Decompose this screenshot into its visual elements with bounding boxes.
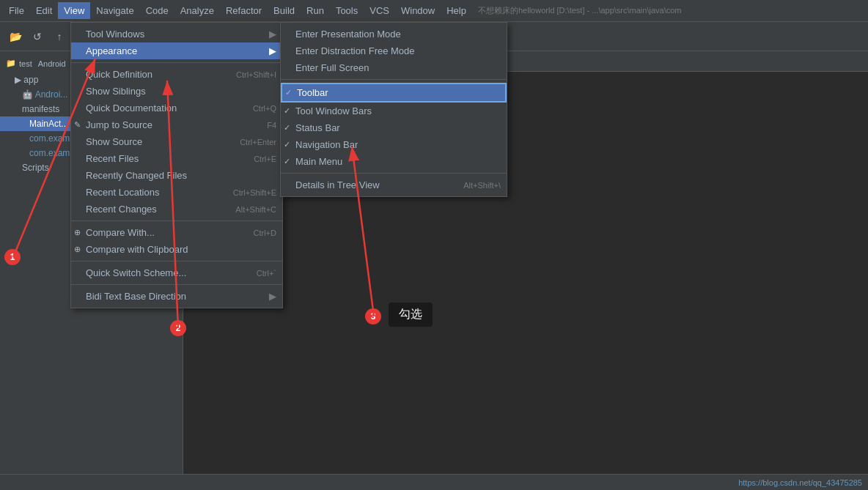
menu-item-quick-doc-label: Quick Documentation (86, 103, 238, 114)
menu-item-jump-source[interactable]: ✎ Jump to Source F4 (71, 116, 282, 133)
toolbar-open-btn[interactable]: 📂 (6, 27, 25, 46)
submenu-fullscreen-label: Enter Full Screen (295, 62, 501, 73)
toolbar-sync-btn[interactable]: ↺ (28, 27, 47, 46)
menu-refactor[interactable]: Refactor (220, 2, 268, 19)
submenu-details-tree-shortcut: Alt+Shift+\ (463, 181, 501, 190)
menu-item-quick-def-label: Quick Definition (86, 69, 221, 80)
menu-file[interactable]: File (3, 2, 30, 19)
menu-item-show-source-shortcut: Ctrl+Enter (240, 138, 276, 146)
submenu-tool-window-bars[interactable]: ✓ Tool Window Bars (281, 103, 507, 119)
menu-item-compare-with-label: Compare With... (86, 227, 239, 238)
menu-code[interactable]: Code (140, 2, 174, 19)
annotation-3-label: 3 (371, 311, 376, 322)
toolbar-check-icon: ✓ (285, 88, 292, 97)
sidebar-project-icon: 📁 (6, 59, 16, 68)
toolbar-up-btn[interactable]: ↑ (50, 27, 69, 46)
menu-item-quick-def[interactable]: Quick Definition Ctrl+Shift+I (71, 66, 282, 83)
sidebar-project-label: test (19, 59, 32, 68)
appearance-sep1 (281, 79, 507, 80)
menu-item-recent-files-label: Recent Files (86, 153, 239, 164)
menu-item-jump-source-label: Jump to Source (86, 119, 252, 130)
annotation-1-label: 1 (10, 252, 15, 262)
menu-item-recent-changes-label: Recent Changes (86, 204, 221, 215)
status-bar-check-icon: ✓ (284, 123, 290, 133)
menu-build[interactable]: Build (268, 2, 301, 19)
menu-item-show-siblings[interactable]: Show Siblings (71, 83, 282, 100)
annotation-circle-2: 2 (170, 320, 186, 336)
menu-item-bidi[interactable]: Bidi Text Base Direction ▶ (71, 288, 282, 305)
menu-tools[interactable]: Tools (330, 2, 364, 19)
submenu-details-tree[interactable]: Details in Tree View Alt+Shift+\ (281, 177, 507, 193)
menu-item-appearance-label: Appearance (86, 45, 262, 56)
submenu-status-bar-label: Status Bar (295, 122, 501, 133)
menu-run[interactable]: Run (301, 2, 330, 19)
menu-item-recent-locations-shortcut: Ctrl+Shift+E (233, 188, 276, 197)
menu-item-recent-locations[interactable]: Recent Locations Ctrl+Shift+E (71, 184, 282, 201)
menu-item-tool-windows[interactable]: Tool Windows ▶ (71, 26, 282, 42)
menu-item-recent-files-shortcut: Ctrl+E (254, 155, 276, 163)
navigation-bar-check-icon: ✓ (284, 140, 290, 149)
submenu-presentation-label: Enter Presentation Mode (295, 29, 501, 40)
tool-window-bars-check-icon: ✓ (284, 106, 290, 116)
menu-window[interactable]: Window (395, 2, 441, 19)
menu-item-quick-switch-label: Quick Switch Scheme... (86, 267, 242, 278)
menu-item-tool-windows-arrow: ▶ (269, 29, 276, 40)
menu-item-appearance[interactable]: Appearance ▶ (71, 42, 282, 59)
appearance-submenu: Enter Presentation Mode Enter Distractio… (280, 22, 507, 197)
submenu-distraction-label: Enter Distraction Free Mode (295, 45, 501, 56)
menu-vcs[interactable]: VCS (364, 2, 395, 19)
submenu-main-menu-label: Main Menu (295, 156, 501, 167)
menu-view[interactable]: View (58, 2, 90, 19)
menu-item-appearance-arrow: ▶ (269, 45, 276, 56)
menu-item-bidi-arrow: ▶ (269, 291, 276, 302)
view-menu-sep1 (71, 62, 282, 63)
view-menu-sep4 (71, 284, 282, 285)
menubar: File Edit View Navigate Code Analyze Ref… (0, 0, 868, 22)
annotation-circle-1: 1 (4, 249, 21, 265)
main-menu-check-icon: ✓ (284, 157, 290, 166)
view-menu-sep3 (71, 261, 282, 261)
menu-item-jump-source-shortcut: F4 (267, 121, 276, 130)
view-menu-sep2 (71, 220, 282, 221)
submenu-navigation-bar-label: Navigation Bar (295, 139, 501, 150)
menu-item-quick-switch[interactable]: Quick Switch Scheme... Ctrl+` (71, 264, 282, 281)
submenu-details-tree-label: Details in Tree View (295, 179, 449, 190)
submenu-status-bar[interactable]: ✓ Status Bar (281, 119, 507, 136)
appearance-sep2 (281, 173, 507, 174)
menu-item-show-source-label: Show Source (86, 136, 225, 147)
tooltip-text: 勾选 (399, 308, 422, 320)
menu-item-bidi-label: Bidi Text Base Direction (86, 291, 262, 302)
menu-item-quick-doc[interactable]: Quick Documentation Ctrl+Q (71, 100, 282, 116)
submenu-main-menu[interactable]: ✓ Main Menu (281, 153, 507, 170)
tooltip-box: 勾选 (389, 302, 433, 327)
menu-item-quick-doc-shortcut: Ctrl+Q (253, 104, 276, 113)
menu-item-show-siblings-label: Show Siblings (86, 86, 276, 97)
menu-help[interactable]: Help (441, 2, 472, 19)
submenu-navigation-bar[interactable]: ✓ Navigation Bar (281, 136, 507, 153)
submenu-distraction[interactable]: Enter Distraction Free Mode (281, 42, 507, 59)
submenu-toolbar[interactable]: ✓ Toolbar (281, 83, 507, 103)
menu-item-recent-files[interactable]: Recent Files Ctrl+E (71, 150, 282, 167)
menu-item-quick-switch-shortcut: Ctrl+` (257, 269, 276, 278)
annotation-circle-3: 3 (365, 308, 381, 324)
menu-item-compare-clipboard-label: Compare with Clipboard (86, 244, 276, 255)
view-menu: Tool Windows ▶ Appearance ▶ Quick Defini… (70, 22, 283, 308)
menu-item-tool-windows-label: Tool Windows (86, 29, 262, 40)
menu-edit[interactable]: Edit (30, 2, 58, 19)
title-text: 不想赖床的helloworld [D:\test] - ...\app\src\… (472, 2, 688, 19)
menu-item-compare-with[interactable]: ⊕ Compare With... Ctrl+D (71, 224, 282, 241)
annotation-2-label: 2 (176, 323, 181, 333)
menu-analyze[interactable]: Analyze (174, 2, 220, 19)
sidebar-android-label: Android (38, 59, 66, 68)
submenu-presentation[interactable]: Enter Presentation Mode (281, 26, 507, 42)
submenu-tool-window-bars-label: Tool Window Bars (295, 105, 501, 116)
menu-item-compare-clipboard[interactable]: ⊕ Compare with Clipboard (71, 241, 282, 258)
menu-navigate[interactable]: Navigate (90, 2, 139, 19)
menu-item-recent-locations-label: Recent Locations (86, 187, 218, 198)
menu-item-recent-changes[interactable]: Recent Changes Alt+Shift+C (71, 201, 282, 218)
menu-item-recently-changed[interactable]: Recently Changed Files (71, 167, 282, 184)
submenu-fullscreen[interactable]: Enter Full Screen (281, 59, 507, 76)
submenu-toolbar-label: Toolbar (297, 87, 499, 98)
menu-item-recent-changes-shortcut: Alt+Shift+C (235, 205, 276, 214)
menu-item-show-source[interactable]: Show Source Ctrl+Enter (71, 133, 282, 150)
